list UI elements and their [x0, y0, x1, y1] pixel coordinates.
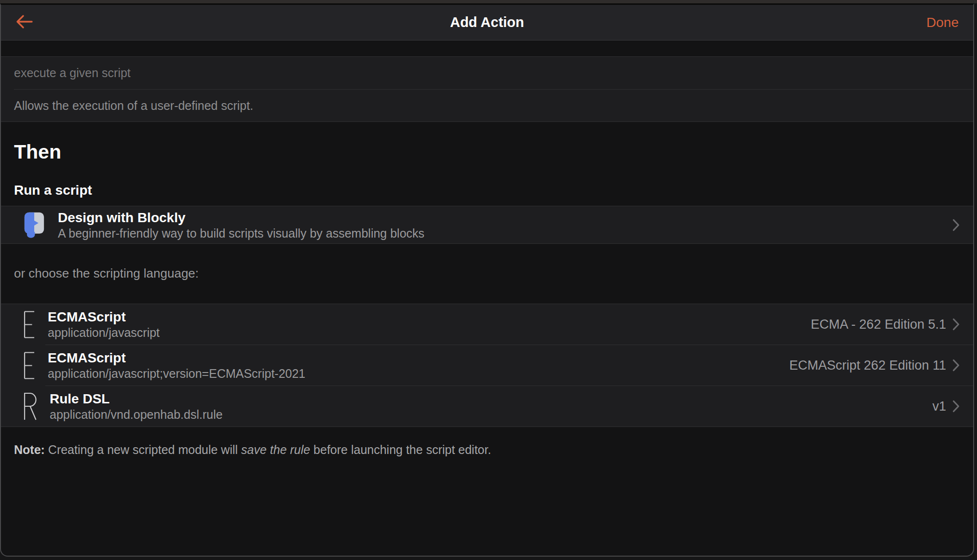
languages-block: ECMAScript application/javascript ECMA -…	[1, 304, 973, 427]
chevron-right-icon	[952, 219, 960, 231]
done-button[interactable]: Done	[926, 15, 959, 30]
blockly-title: Design with Blockly	[58, 210, 424, 226]
language-item-ecmascript-5[interactable]: ECMAScript application/javascript ECMA -…	[1, 304, 973, 345]
language-mime: application/vnd.openhab.dsl.rule	[50, 407, 223, 422]
language-title: Rule DSL	[50, 391, 223, 407]
letter-e-icon	[24, 311, 35, 338]
language-version: v1	[932, 399, 946, 414]
section-subheading: Run a script	[14, 182, 960, 199]
language-item-ecmascript-2021[interactable]: ECMAScript application/javascript;versio…	[1, 345, 973, 386]
module-name-input[interactable]: execute a given script	[1, 57, 973, 89]
note-italic: save the rule	[241, 443, 310, 456]
language-version: ECMA - 262 Edition 5.1	[811, 317, 946, 332]
backdrop-strip	[0, 0, 977, 3]
chevron-right-icon	[952, 359, 960, 372]
blockly-subtitle: A beginner-friendly way to build scripts…	[58, 226, 424, 240]
letter-r-icon	[24, 393, 37, 420]
chevron-right-icon	[952, 318, 960, 331]
language-item-rule-dsl[interactable]: Rule DSL application/vnd.openhab.dsl.rul…	[1, 386, 973, 427]
blockly-block-icon	[24, 211, 45, 239]
note-body: Creating a new scripted module will	[45, 443, 241, 456]
back-button[interactable]	[15, 14, 33, 31]
page-title: Add Action	[1, 14, 973, 30]
navbar: Add Action Done	[1, 5, 973, 40]
chevron-right-icon	[952, 400, 960, 413]
language-version: ECMAScript 262 Edition 11	[789, 358, 946, 373]
letter-e-icon	[24, 352, 35, 379]
language-title: ECMAScript	[48, 309, 160, 325]
module-description: Allows the execution of a user-defined s…	[1, 90, 973, 121]
language-title: ECMAScript	[48, 350, 305, 366]
blockly-block: Design with Blockly A beginner-friendly …	[1, 206, 973, 244]
arrow-left-icon	[15, 14, 33, 31]
module-info-block: execute a given script Allows the execut…	[1, 56, 973, 122]
choose-language-label: or choose the scripting language:	[14, 266, 960, 281]
note-body: before launching the script editor.	[310, 443, 491, 456]
blockly-list-item[interactable]: Design with Blockly A beginner-friendly …	[1, 206, 973, 243]
note-prefix: Note:	[14, 443, 45, 456]
language-mime: application/javascript;version=ECMAScrip…	[48, 366, 305, 381]
add-action-popup: Add Action Done execute a given script A…	[0, 3, 974, 557]
language-mime: application/javascript	[48, 325, 160, 340]
section-heading: Then	[14, 140, 960, 163]
note-text: Note: Creating a new scripted module wil…	[14, 442, 960, 457]
